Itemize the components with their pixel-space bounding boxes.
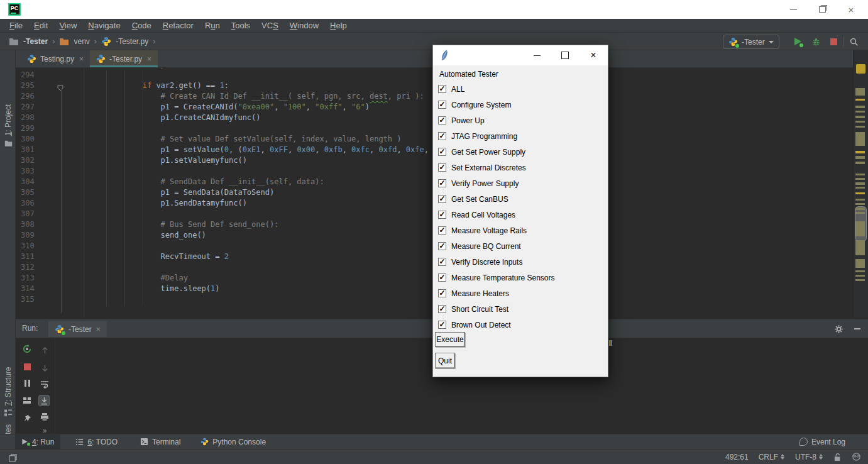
stop-process-button[interactable]: [21, 361, 33, 372]
dialog-minimize-button[interactable]: [526, 45, 547, 65]
print-button[interactable]: [39, 411, 50, 423]
window-restore-button[interactable]: [808, 0, 837, 19]
checkbox-measure-heaters[interactable]: ✓Measure Heaters: [438, 285, 509, 301]
hector-inspection-icon[interactable]: [852, 452, 861, 461]
run-tab-close-icon[interactable]: ×: [96, 325, 101, 334]
run-panel-settings-gear-icon[interactable]: [833, 323, 844, 334]
up-stack-trace-button[interactable]: [39, 345, 50, 356]
restore-layout-button[interactable]: [21, 395, 33, 406]
run-tab-tester[interactable]: -Tester ×: [48, 321, 107, 337]
breadcrumb-venv[interactable]: venv: [74, 37, 89, 46]
checkbox-box[interactable]: ✓: [438, 211, 446, 219]
caret-position[interactable]: 492:61: [725, 453, 749, 461]
run-configuration-select[interactable]: -Tester: [723, 35, 779, 49]
encoding-selector[interactable]: UTF-8: [795, 453, 823, 461]
stripe-warning-mark[interactable]: [855, 199, 865, 201]
checkbox-box[interactable]: ✓: [438, 289, 446, 297]
stripe-warning-mark[interactable]: [855, 212, 865, 214]
editor-scrollbar-error-stripe[interactable]: [853, 50, 868, 318]
checkbox-set-external-discretes[interactable]: ✓Set External Discretes: [438, 160, 526, 175]
dialog-maximize-button[interactable]: [554, 45, 576, 65]
stripe-warning-mark[interactable]: [855, 126, 865, 128]
breadcrumb-project[interactable]: -Tester: [23, 37, 48, 46]
checkbox-box[interactable]: ✓: [438, 179, 446, 187]
stripe-warning-mark[interactable]: [855, 221, 865, 236]
checkbox-box[interactable]: ✓: [438, 85, 446, 93]
checkbox-get-set-power-supply[interactable]: ✓Get Set Power Supply: [438, 144, 525, 160]
down-stack-trace-button[interactable]: [39, 362, 50, 373]
checkbox-short-circuit-test[interactable]: ✓Short Circuit Test: [438, 301, 508, 317]
checkbox-box[interactable]: ✓: [438, 305, 446, 313]
run-panel-hide-icon[interactable]: [852, 323, 863, 334]
checkbox-box[interactable]: ✓: [438, 321, 446, 329]
stripe-warning-mark[interactable]: [855, 240, 865, 255]
stripe-warning-mark[interactable]: [855, 121, 865, 123]
stripe-warning-mark[interactable]: [855, 270, 865, 272]
stop-button[interactable]: [828, 36, 839, 47]
stripe-warning-mark[interactable]: [855, 192, 865, 194]
stripe-warning-mark[interactable]: [855, 174, 865, 175]
tool-window-terminal-button[interactable]: Terminal: [134, 434, 187, 449]
checkbox-read-cell-voltages[interactable]: ✓Read Cell Voltages: [438, 207, 515, 223]
menu-view[interactable]: View: [53, 19, 82, 33]
debug-button[interactable]: [810, 36, 821, 47]
tab-testing-py[interactable]: Testing.py ×: [21, 50, 90, 67]
checkbox-jtag-programming[interactable]: ✓JTAG Programming: [438, 128, 517, 144]
stripe-warning-mark[interactable]: [855, 182, 865, 185]
checkbox-verify-power-supply[interactable]: ✓Verify Power Supply: [438, 175, 519, 191]
window-minimize-button[interactable]: [779, 0, 808, 19]
stripe-warning-mark[interactable]: [855, 106, 865, 108]
stripe-warning-mark[interactable]: [855, 279, 865, 281]
soft-wrap-button[interactable]: [39, 378, 50, 390]
tab-tester-py[interactable]: -Tester.py ×: [90, 50, 158, 67]
rerun-button[interactable]: [21, 343, 33, 355]
stripe-warning-mark[interactable]: [855, 156, 865, 159]
menu-run[interactable]: Run: [199, 19, 226, 33]
tool-window-structure[interactable]: 7: Structure: [4, 367, 13, 416]
tool-window-quick-access-icon[interactable]: [9, 453, 17, 464]
stripe-warning-mark[interactable]: [855, 162, 865, 164]
stripe-warning-mark[interactable]: [855, 99, 865, 101]
checkbox-verify-discrete-inputs[interactable]: ✓Verify Discrete Inputs: [438, 254, 522, 270]
quit-button[interactable]: Quit: [435, 353, 455, 368]
checkbox-get-set-canbus[interactable]: ✓Get Set CanBUS: [438, 191, 508, 207]
write-access-lock-icon[interactable]: [833, 453, 842, 461]
execute-button[interactable]: Execute: [435, 332, 465, 347]
search-everywhere-icon[interactable]: [848, 36, 859, 47]
checkbox-brown-out-detect[interactable]: ✓Brown Out Detect: [438, 317, 511, 333]
checkbox-box[interactable]: ✓: [438, 101, 446, 109]
checkbox-box[interactable]: ✓: [438, 195, 446, 203]
tool-window-run-button[interactable]: 4: Run: [15, 434, 60, 449]
checkbox-box[interactable]: ✓: [438, 132, 446, 140]
event-log-button[interactable]: Event Log: [793, 434, 852, 449]
stripe-warning-mark[interactable]: [855, 203, 865, 205]
dialog-close-button[interactable]: ×: [583, 45, 604, 65]
pin-tab-button[interactable]: [21, 412, 33, 424]
stripe-warning-mark[interactable]: [855, 111, 865, 113]
checkbox-measure-voltage-rails[interactable]: ✓Measure Voltage Rails: [438, 223, 527, 238]
checkbox-box[interactable]: ✓: [438, 226, 446, 235]
checkbox-box[interactable]: ✓: [438, 148, 446, 156]
tab-close-icon[interactable]: ×: [79, 55, 84, 64]
checkbox-all[interactable]: ✓ALL: [438, 81, 464, 97]
tool-window-python-console-button[interactable]: Python Console: [194, 434, 272, 449]
fold-marker[interactable]: [57, 82, 63, 94]
checkbox-box[interactable]: ✓: [438, 258, 446, 266]
tool-window-todo-button[interactable]: 6: TODO: [69, 434, 124, 449]
menu-window[interactable]: Window: [284, 19, 324, 33]
checkbox-box[interactable]: ✓: [438, 242, 446, 250]
pause-output-button[interactable]: [21, 377, 33, 389]
stripe-warning-mark[interactable]: [855, 275, 865, 277]
tab-close-icon[interactable]: ×: [147, 55, 151, 64]
dialog-titlebar[interactable]: ×: [433, 45, 608, 65]
stripe-warning-mark[interactable]: [855, 132, 865, 146]
stripe-warning-mark[interactable]: [855, 259, 865, 268]
menu-help[interactable]: Help: [324, 19, 353, 33]
stripe-warning-mark[interactable]: [855, 151, 865, 153]
menu-edit[interactable]: Edit: [28, 19, 53, 33]
menu-navigate[interactable]: Navigate: [82, 19, 126, 33]
stripe-warning-mark[interactable]: [855, 207, 865, 210]
menu-code[interactable]: Code: [126, 19, 157, 33]
stripe-warning-mark[interactable]: [855, 88, 865, 96]
menu-file[interactable]: File: [4, 19, 28, 33]
